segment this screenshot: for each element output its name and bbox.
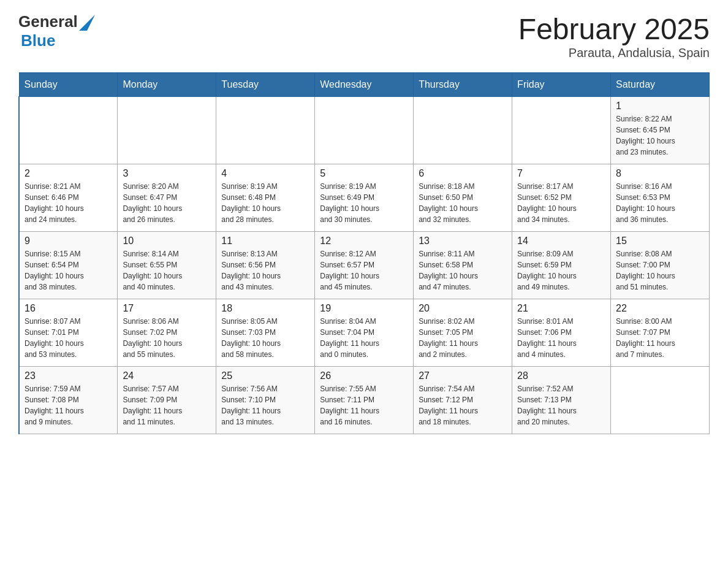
calendar-header: SundayMondayTuesdayWednesdayThursdayFrid… (19, 73, 710, 97)
day-number: 25 (221, 370, 309, 381)
weekday-header-row: SundayMondayTuesdayWednesdayThursdayFrid… (19, 73, 710, 97)
calendar-cell: 3Sunrise: 8:20 AM Sunset: 6:47 PM Daylig… (118, 164, 216, 232)
calendar-cell: 8Sunrise: 8:16 AM Sunset: 6:53 PM Daylig… (611, 164, 710, 232)
calendar-cell: 7Sunrise: 8:17 AM Sunset: 6:52 PM Daylig… (512, 164, 611, 232)
day-info: Sunrise: 8:19 AM Sunset: 6:49 PM Dayligh… (320, 181, 408, 225)
calendar-cell (414, 97, 512, 164)
calendar-row-4: 23Sunrise: 7:59 AM Sunset: 7:08 PM Dayli… (19, 367, 710, 434)
calendar-cell: 12Sunrise: 8:12 AM Sunset: 6:57 PM Dayli… (315, 232, 414, 299)
calendar-row-1: 2Sunrise: 8:21 AM Sunset: 6:46 PM Daylig… (19, 164, 710, 232)
day-number: 16 (25, 303, 112, 314)
day-info: Sunrise: 8:09 AM Sunset: 6:59 PM Dayligh… (517, 248, 605, 293)
day-info: Sunrise: 8:15 AM Sunset: 6:54 PM Dayligh… (25, 248, 112, 293)
day-number: 28 (517, 370, 605, 381)
calendar-cell: 23Sunrise: 7:59 AM Sunset: 7:08 PM Dayli… (19, 367, 118, 434)
calendar-cell: 6Sunrise: 8:18 AM Sunset: 6:50 PM Daylig… (414, 164, 512, 232)
day-info: Sunrise: 8:01 AM Sunset: 7:06 PM Dayligh… (517, 316, 605, 360)
location: Parauta, Andalusia, Spain (518, 46, 710, 60)
calendar-row-2: 9Sunrise: 8:15 AM Sunset: 6:54 PM Daylig… (19, 232, 710, 299)
weekday-header-tuesday: Tuesday (216, 73, 315, 97)
calendar-cell (216, 97, 315, 164)
day-info: Sunrise: 8:13 AM Sunset: 6:56 PM Dayligh… (221, 248, 309, 293)
weekday-header-sunday: Sunday (19, 73, 118, 97)
day-number: 11 (221, 236, 309, 247)
day-info: Sunrise: 8:14 AM Sunset: 6:55 PM Dayligh… (123, 248, 211, 293)
logo-general-text: General (18, 12, 78, 31)
title-block: February 2025 Parauta, Andalusia, Spain (518, 12, 710, 60)
day-number: 4 (221, 168, 309, 179)
day-info: Sunrise: 8:20 AM Sunset: 6:47 PM Dayligh… (123, 181, 211, 225)
calendar-row-3: 16Sunrise: 8:07 AM Sunset: 7:01 PM Dayli… (19, 299, 710, 367)
day-number: 15 (616, 236, 704, 247)
calendar-cell: 1Sunrise: 8:22 AM Sunset: 6:45 PM Daylig… (611, 97, 710, 164)
calendar-cell (19, 97, 118, 164)
calendar-cell: 13Sunrise: 8:11 AM Sunset: 6:58 PM Dayli… (414, 232, 512, 299)
calendar-cell: 25Sunrise: 7:56 AM Sunset: 7:10 PM Dayli… (216, 367, 315, 434)
weekday-header-wednesday: Wednesday (315, 73, 414, 97)
day-info: Sunrise: 7:57 AM Sunset: 7:09 PM Dayligh… (123, 383, 211, 427)
day-info: Sunrise: 8:18 AM Sunset: 6:50 PM Dayligh… (419, 181, 507, 225)
calendar-cell: 2Sunrise: 8:21 AM Sunset: 6:46 PM Daylig… (19, 164, 118, 232)
calendar-cell: 17Sunrise: 8:06 AM Sunset: 7:02 PM Dayli… (118, 299, 216, 367)
day-number: 19 (320, 303, 408, 314)
day-number: 17 (123, 303, 211, 314)
calendar-cell: 15Sunrise: 8:08 AM Sunset: 7:00 PM Dayli… (611, 232, 710, 299)
calendar-cell: 11Sunrise: 8:13 AM Sunset: 6:56 PM Dayli… (216, 232, 315, 299)
day-number: 3 (123, 168, 211, 179)
day-info: Sunrise: 8:19 AM Sunset: 6:48 PM Dayligh… (221, 181, 309, 225)
calendar-cell: 22Sunrise: 8:00 AM Sunset: 7:07 PM Dayli… (611, 299, 710, 367)
calendar-cell: 24Sunrise: 7:57 AM Sunset: 7:09 PM Dayli… (118, 367, 216, 434)
calendar-cell (118, 97, 216, 164)
day-number: 18 (221, 303, 309, 314)
day-number: 1 (616, 101, 704, 112)
day-info: Sunrise: 7:54 AM Sunset: 7:12 PM Dayligh… (419, 383, 507, 427)
day-info: Sunrise: 8:00 AM Sunset: 7:07 PM Dayligh… (616, 316, 704, 360)
logo-blue-text: Blue (21, 31, 55, 50)
calendar-cell (315, 97, 414, 164)
day-info: Sunrise: 8:12 AM Sunset: 6:57 PM Dayligh… (320, 248, 408, 293)
day-number: 6 (419, 168, 507, 179)
calendar-cell: 20Sunrise: 8:02 AM Sunset: 7:05 PM Dayli… (414, 299, 512, 367)
day-info: Sunrise: 8:16 AM Sunset: 6:53 PM Dayligh… (616, 181, 704, 225)
calendar-cell: 21Sunrise: 8:01 AM Sunset: 7:06 PM Dayli… (512, 299, 611, 367)
calendar-cell: 10Sunrise: 8:14 AM Sunset: 6:55 PM Dayli… (118, 232, 216, 299)
day-number: 20 (419, 303, 507, 314)
day-number: 12 (320, 236, 408, 247)
weekday-header-friday: Friday (512, 73, 611, 97)
day-info: Sunrise: 8:21 AM Sunset: 6:46 PM Dayligh… (25, 181, 112, 225)
day-number: 21 (517, 303, 605, 314)
day-info: Sunrise: 8:08 AM Sunset: 7:00 PM Dayligh… (616, 248, 704, 293)
calendar-cell (611, 367, 710, 434)
day-number: 13 (419, 236, 507, 247)
logo-icon (79, 15, 95, 31)
day-info: Sunrise: 7:52 AM Sunset: 7:13 PM Dayligh… (517, 383, 605, 427)
calendar-cell: 26Sunrise: 7:55 AM Sunset: 7:11 PM Dayli… (315, 367, 414, 434)
calendar-row-0: 1Sunrise: 8:22 AM Sunset: 6:45 PM Daylig… (19, 97, 710, 164)
day-number: 23 (25, 370, 112, 381)
calendar-cell (512, 97, 611, 164)
page-header: General Blue February 2025 Parauta, Anda… (18, 12, 710, 60)
calendar-cell: 19Sunrise: 8:04 AM Sunset: 7:04 PM Dayli… (315, 299, 414, 367)
day-number: 5 (320, 168, 408, 179)
month-title: February 2025 (518, 12, 710, 46)
day-number: 2 (25, 168, 112, 179)
day-info: Sunrise: 8:05 AM Sunset: 7:03 PM Dayligh… (221, 316, 309, 360)
day-number: 26 (320, 370, 408, 381)
day-info: Sunrise: 8:04 AM Sunset: 7:04 PM Dayligh… (320, 316, 408, 360)
weekday-header-thursday: Thursday (414, 73, 512, 97)
calendar-cell: 18Sunrise: 8:05 AM Sunset: 7:03 PM Dayli… (216, 299, 315, 367)
calendar-cell: 27Sunrise: 7:54 AM Sunset: 7:12 PM Dayli… (414, 367, 512, 434)
calendar-cell: 16Sunrise: 8:07 AM Sunset: 7:01 PM Dayli… (19, 299, 118, 367)
day-number: 7 (517, 168, 605, 179)
day-info: Sunrise: 7:56 AM Sunset: 7:10 PM Dayligh… (221, 383, 309, 427)
day-info: Sunrise: 7:55 AM Sunset: 7:11 PM Dayligh… (320, 383, 408, 427)
day-number: 27 (419, 370, 507, 381)
day-info: Sunrise: 8:11 AM Sunset: 6:58 PM Dayligh… (419, 248, 507, 293)
day-info: Sunrise: 8:07 AM Sunset: 7:01 PM Dayligh… (25, 316, 112, 360)
day-info: Sunrise: 8:02 AM Sunset: 7:05 PM Dayligh… (419, 316, 507, 360)
day-number: 9 (25, 236, 112, 247)
calendar-cell: 5Sunrise: 8:19 AM Sunset: 6:49 PM Daylig… (315, 164, 414, 232)
calendar-table: SundayMondayTuesdayWednesdayThursdayFrid… (18, 72, 710, 434)
day-info: Sunrise: 8:06 AM Sunset: 7:02 PM Dayligh… (123, 316, 211, 360)
calendar-cell: 9Sunrise: 8:15 AM Sunset: 6:54 PM Daylig… (19, 232, 118, 299)
